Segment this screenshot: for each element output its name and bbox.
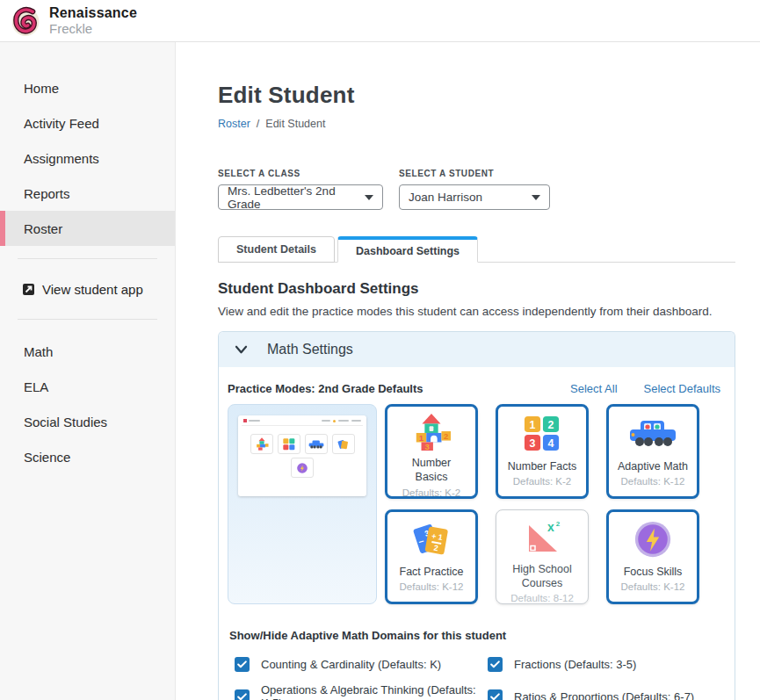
mode-defaults: Defaults: K-12 (621, 476, 685, 487)
mini-focus-skills-tile (291, 458, 314, 478)
mode-defaults: Defaults: 8-12 (510, 593, 574, 603)
chevron-down-icon (365, 195, 373, 200)
view-student-app-link[interactable]: View student app (0, 271, 175, 307)
breadcrumb: Roster / Edit Student (218, 118, 735, 130)
mode-defaults: Defaults: K-2 (402, 487, 460, 498)
mode-defaults: Defaults: K-12 (400, 581, 464, 592)
main-content: Edit Student Roster / Edit Student SELEC… (176, 42, 760, 700)
svg-text:2: 2 (548, 419, 554, 431)
domain-operations-algebraic-thinking: Operations & Algebraic Thinking (Default… (235, 683, 488, 700)
mode-card-adaptive-math[interactable]: Adaptive Math Defaults: K-12 (606, 404, 699, 499)
mode-name: Number Basics (394, 456, 468, 485)
svg-text:2: 2 (444, 431, 448, 441)
domain-ratios-proportions: Ratios & Proportions (Defaults: 6-7) (488, 683, 726, 700)
fact-practice-icon: 3 – 1 + 1 2 (410, 518, 452, 560)
svg-text:2: 2 (556, 520, 561, 528)
sidebar-item-reports[interactable]: Reports (0, 176, 175, 211)
mode-card-fact-practice[interactable]: 3 – 1 + 1 2 (385, 509, 478, 604)
mode-name: Fact Practice (400, 565, 464, 579)
mini-header-text (249, 420, 260, 422)
practice-modes-label: Practice Modes: 2nd Grade Defaults (228, 382, 423, 395)
mini-star-icon (333, 420, 336, 422)
brand-logo[interactable]: Renaissance Freckle (11, 4, 137, 38)
student-select-value: Joan Harrison (409, 191, 482, 204)
class-select-dropdown[interactable]: Mrs. Ledbetter's 2nd Grade (218, 184, 383, 210)
mode-name: Number Facts (508, 459, 577, 473)
domain-fractions: Fractions (Defaults: 3-5) (488, 657, 726, 672)
mode-card-number-facts[interactable]: 1 2 3 4 Number Facts Defaults: K-2 (496, 404, 589, 499)
checkbox-checked[interactable] (235, 689, 250, 700)
student-dashboard-preview (228, 404, 377, 604)
class-select-value: Mrs. Ledbetter's 2nd Grade (228, 184, 356, 211)
domain-label: Counting & Cardinality (Defaults: K) (261, 658, 441, 671)
mode-card-focus-skills[interactable]: Focus Skills Defaults: K-12 (606, 509, 699, 604)
student-selector-group: SELECT A STUDENT Joan Harrison (399, 169, 550, 210)
focus-skills-icon (633, 518, 673, 560)
math-settings-panel: Math Settings Practice Modes: 2nd Grade … (218, 331, 735, 700)
tab-student-details[interactable]: Student Details (218, 236, 335, 263)
domains-heading: Show/Hide Adaptive Math Domains for this… (228, 629, 726, 642)
sidebar: Home Activity Feed Assignments Reports R… (0, 42, 176, 700)
sidebar-item-ela[interactable]: ELA (0, 369, 175, 404)
math-settings-title: Math Settings (267, 342, 353, 357)
mini-freckle-logo (243, 419, 247, 422)
brand-name: Renaissance (49, 5, 137, 21)
breadcrumb-separator: / (257, 118, 259, 130)
chevron-down-icon (532, 195, 540, 200)
section-heading: Student Dashboard Settings (218, 280, 735, 298)
svg-text:1: 1 (530, 419, 536, 431)
mini-number-basics-tile (250, 434, 273, 454)
sidebar-divider (18, 319, 157, 320)
number-basics-icon: 1 2 3 (411, 413, 452, 451)
class-select-label: SELECT A CLASS (218, 169, 383, 178)
external-link-icon (22, 283, 35, 296)
domains-list: Counting & Cardinality (Defaults: K) Fra… (228, 646, 726, 700)
sidebar-item-roster[interactable]: Roster (0, 211, 175, 246)
svg-text:3: 3 (425, 442, 430, 451)
tab-dashboard-settings[interactable]: Dashboard Settings (337, 236, 478, 263)
student-select-label: SELECT A STUDENT (399, 169, 550, 178)
mini-dashboard (238, 415, 366, 496)
mode-name: Focus Skills (624, 565, 683, 579)
math-settings-header[interactable]: Math Settings (219, 332, 735, 367)
svg-text:x: x (547, 520, 554, 534)
class-selector-group: SELECT A CLASS Mrs. Ledbetter's 2nd Grad… (218, 169, 383, 210)
page-title: Edit Student (218, 82, 735, 109)
select-all-link[interactable]: Select All (570, 382, 617, 395)
mode-card-high-school-courses[interactable]: x 2 High School Courses Defaults: 8-12 (496, 509, 589, 604)
student-select-dropdown[interactable]: Joan Harrison (399, 184, 550, 210)
mini-number-facts-tile (278, 434, 300, 454)
select-defaults-link[interactable]: Select Defaults (644, 382, 720, 395)
practice-mode-grid: 1 2 3 Number Basics Defaults: K-2 (385, 404, 699, 604)
brand-product: Freckle (49, 21, 137, 36)
sidebar-item-activity-feed[interactable]: Activity Feed (0, 105, 175, 141)
number-facts-icon: 1 2 3 4 (524, 413, 561, 455)
domain-label: Fractions (Defaults: 3-5) (514, 658, 636, 671)
section-description: View and edit the practice modes this st… (218, 305, 735, 318)
mini-adaptive-math-tile (305, 434, 328, 454)
sidebar-item-math[interactable]: Math (0, 334, 175, 369)
chevron-down-icon (235, 344, 248, 355)
sidebar-item-home[interactable]: Home (0, 70, 175, 105)
sidebar-item-assignments[interactable]: Assignments (0, 141, 175, 176)
domain-counting-cardinality: Counting & Cardinality (Defaults: K) (235, 657, 488, 672)
adaptive-math-icon (628, 413, 677, 455)
top-header-bar: Renaissance Freckle (0, 0, 760, 42)
view-student-app-label: View student app (42, 282, 143, 297)
mode-defaults: Defaults: K-2 (513, 476, 571, 487)
sidebar-item-social-studies[interactable]: Social Studies (0, 404, 175, 439)
mode-defaults: Defaults: K-12 (621, 581, 685, 592)
breadcrumb-current: Edit Student (265, 118, 325, 130)
domain-label: Ratios & Proportions (Defaults: 6-7) (514, 690, 694, 700)
checkbox-checked[interactable] (488, 657, 503, 672)
sidebar-divider (18, 258, 157, 259)
breadcrumb-roster-link[interactable]: Roster (218, 118, 250, 130)
checkbox-checked[interactable] (235, 657, 250, 672)
mode-name: High School Courses (505, 562, 579, 591)
svg-text:1: 1 (419, 433, 424, 443)
checkbox-checked[interactable] (488, 689, 503, 700)
svg-text:3: 3 (530, 437, 536, 450)
mode-card-number-basics[interactable]: 1 2 3 Number Basics Defaults: K-2 (385, 404, 478, 499)
mode-name: Adaptive Math (618, 459, 688, 473)
sidebar-item-science[interactable]: Science (0, 439, 175, 474)
